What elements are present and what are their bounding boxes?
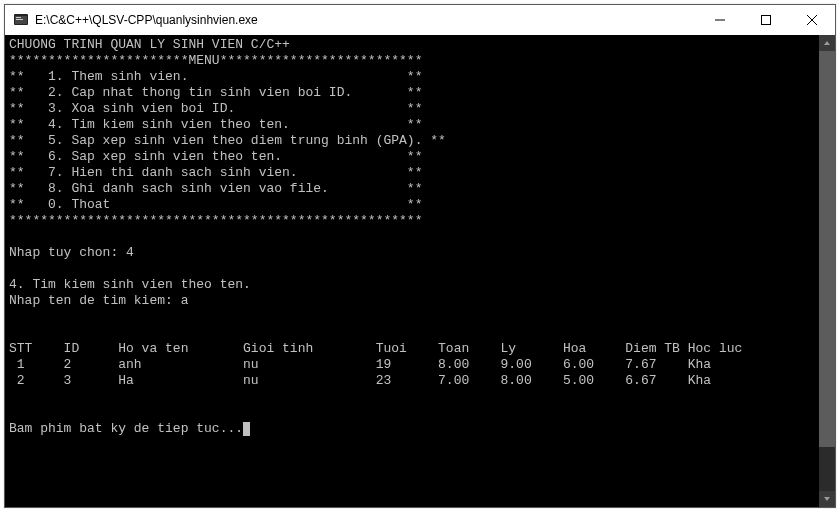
continue-prompt: Bam phim bat ky de tiep tuc... xyxy=(9,421,243,436)
table-row: 2 3 Ha nu 23 7.00 8.00 5.00 6.67 Kha xyxy=(9,373,831,389)
menu-item: ** 4. Tim kiem sinh vien theo ten. ** xyxy=(9,117,831,133)
blank-line xyxy=(9,229,831,245)
scroll-up-button[interactable] xyxy=(819,35,835,51)
choice-prompt-value: 4 xyxy=(126,245,134,260)
console-area[interactable]: CHUONG TRINH QUAN LY SINH VIEN C/C++****… xyxy=(5,35,835,507)
menu-item: ** 8. Ghi danh sach sinh vien vao file. … xyxy=(9,181,831,197)
scroll-down-button[interactable] xyxy=(819,491,835,507)
svg-rect-3 xyxy=(16,19,23,20)
app-window: E:\C&C++\QLSV-CPP\quanlysinhvien.exe CHU… xyxy=(4,4,836,508)
choice-line: Nhap tuy chon: 4 xyxy=(9,245,831,261)
svg-rect-2 xyxy=(16,17,21,18)
table-row: 1 2 anh nu 19 8.00 9.00 6.00 7.67 Kha xyxy=(9,357,831,373)
menu-border-bottom: ****************************************… xyxy=(9,213,831,229)
window-title: E:\C&C++\QLSV-CPP\quanlysinhvien.exe xyxy=(35,13,697,27)
svg-rect-4 xyxy=(715,20,725,21)
svg-rect-5 xyxy=(762,16,771,25)
menu-item: ** 5. Sap xep sinh vien theo diem trung … xyxy=(9,133,831,149)
choice-prompt-label: Nhap tuy chon: xyxy=(9,245,126,260)
menu-item: ** 3. Xoa sinh vien boi ID. ** xyxy=(9,101,831,117)
search-line: Nhap ten de tim kiem: a xyxy=(9,293,831,309)
cursor xyxy=(243,422,250,436)
close-button[interactable] xyxy=(789,5,835,35)
titlebar[interactable]: E:\C&C++\QLSV-CPP\quanlysinhvien.exe xyxy=(5,5,835,35)
blank-line xyxy=(9,405,831,421)
blank-line xyxy=(9,261,831,277)
continue-line: Bam phim bat ky de tiep tuc... xyxy=(9,421,831,437)
blank-line xyxy=(9,389,831,405)
blank-line xyxy=(9,325,831,341)
window-controls xyxy=(697,5,835,35)
scroll-thumb[interactable] xyxy=(819,51,835,447)
menu-item: ** 1. Them sinh vien. ** xyxy=(9,69,831,85)
minimize-button[interactable] xyxy=(697,5,743,35)
program-title: CHUONG TRINH QUAN LY SINH VIEN C/C++ xyxy=(9,37,831,53)
blank-line xyxy=(9,309,831,325)
menu-item: ** 0. Thoat ** xyxy=(9,197,831,213)
scroll-track[interactable] xyxy=(819,51,835,491)
menu-item: ** 6. Sap xep sinh vien theo ten. ** xyxy=(9,149,831,165)
maximize-button[interactable] xyxy=(743,5,789,35)
search-prompt-value: a xyxy=(181,293,189,308)
table-header: STT ID Ho va ten Gioi tinh Tuoi Toan Ly … xyxy=(9,341,831,357)
app-icon xyxy=(13,12,29,28)
menu-item: ** 7. Hien thi danh sach sinh vien. ** xyxy=(9,165,831,181)
selected-option: 4. Tim kiem sinh vien theo ten. xyxy=(9,277,831,293)
menu-border-top: ***********************MENU*************… xyxy=(9,53,831,69)
search-prompt-label: Nhap ten de tim kiem: xyxy=(9,293,181,308)
vertical-scrollbar[interactable] xyxy=(819,35,835,507)
menu-item: ** 2. Cap nhat thong tin sinh vien boi I… xyxy=(9,85,831,101)
